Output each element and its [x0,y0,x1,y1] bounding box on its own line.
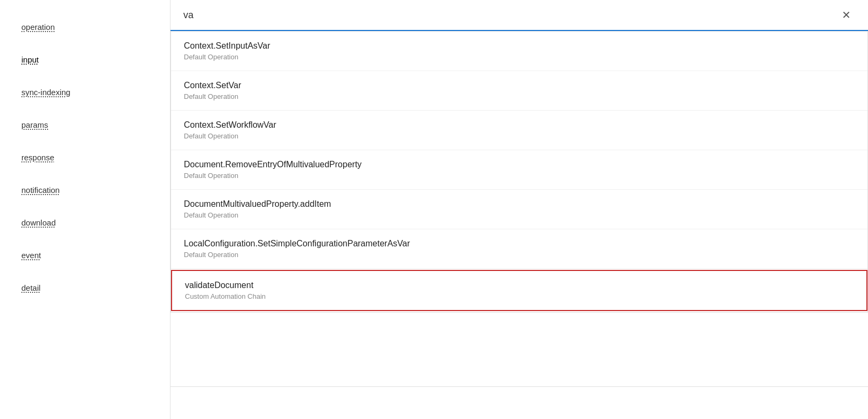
item-type-validate-document: Custom Automation Chain [185,292,854,300]
close-icon: ✕ [842,9,851,21]
bottom-divider [170,386,868,387]
sidebar-item-operation[interactable]: operation [21,11,149,43]
item-name-validate-document: validateDocument [185,281,854,290]
dropdown-item-context-set-input-as-var[interactable]: Context.SetInputAsVarDefault Operation [171,32,867,71]
dropdown-item-document-remove-entry[interactable]: Document.RemoveEntryOfMultivaluedPropert… [171,150,867,190]
dropdown-list: Context.SetInputAsVarDefault OperationCo… [170,31,868,313]
item-type-context-set-workflow-var: Default Operation [184,132,855,140]
search-bar-container: ✕ [170,0,868,31]
item-type-local-config-set-simple: Default Operation [184,251,855,259]
sidebar-item-notification[interactable]: notification [21,174,149,206]
item-name-document-remove-entry: Document.RemoveEntryOfMultivaluedPropert… [184,160,855,169]
sidebar-item-input[interactable]: input [21,43,149,76]
dropdown-item-document-multivalued-add-item[interactable]: DocumentMultivaluedProperty.addItemDefau… [171,190,867,229]
dropdown-item-context-set-var[interactable]: Context.SetVarDefault Operation [171,71,867,111]
sidebar-item-sync-indexing[interactable]: sync-indexing [21,76,149,108]
item-type-document-remove-entry: Default Operation [184,172,855,180]
dropdown-item-validate-document[interactable]: validateDocumentCustom Automation Chain [171,270,867,311]
sidebar-item-params[interactable]: params [21,108,149,141]
item-name-context-set-input-as-var: Context.SetInputAsVar [184,41,855,51]
item-type-document-multivalued-add-item: Default Operation [184,211,855,219]
sidebar-item-detail[interactable]: detail [21,271,149,304]
sidebar: operationinputsync-indexingparamsrespons… [0,0,170,419]
close-button[interactable]: ✕ [838,6,855,24]
sidebar-item-event[interactable]: event [21,239,149,271]
dropdown-item-local-config-set-simple[interactable]: LocalConfiguration.SetSimpleConfiguratio… [171,229,867,269]
dropdown-item-context-set-workflow-var[interactable]: Context.SetWorkflowVarDefault Operation [171,111,867,150]
sidebar-item-download[interactable]: download [21,206,149,239]
search-input[interactable] [183,7,838,23]
item-type-context-set-input-as-var: Default Operation [184,53,855,61]
main-content: ✕ Context.SetInputAsVarDefault Operation… [170,0,868,419]
item-name-local-config-set-simple: LocalConfiguration.SetSimpleConfiguratio… [184,239,855,249]
item-type-context-set-var: Default Operation [184,92,855,100]
sidebar-item-response[interactable]: response [21,141,149,174]
item-name-document-multivalued-add-item: DocumentMultivaluedProperty.addItem [184,199,855,209]
item-name-context-set-var: Context.SetVar [184,81,855,90]
item-name-context-set-workflow-var: Context.SetWorkflowVar [184,120,855,130]
